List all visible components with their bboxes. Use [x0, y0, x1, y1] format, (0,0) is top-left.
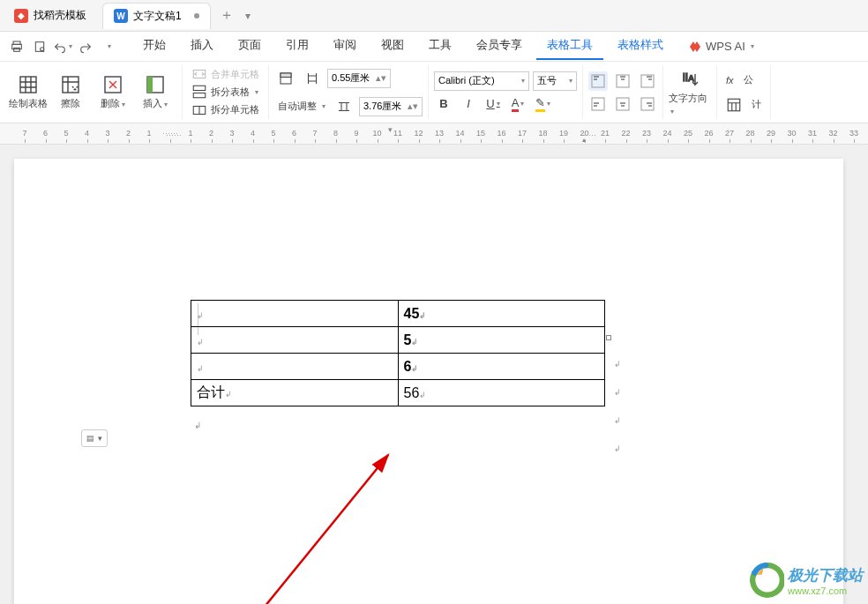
ruler: 7654321123456789101112131415161718192021… [0, 123, 868, 145]
dist-rows-button[interactable] [301, 66, 324, 91]
template-icon: ◆ [14, 9, 28, 23]
calculate-button[interactable]: 计 [722, 93, 765, 117]
font-select[interactable]: Calibri (正文)▾ [434, 71, 529, 91]
menu-member[interactable]: 会员专享 [466, 34, 533, 60]
draw-table-button[interactable]: 绘制表格 [7, 74, 49, 110]
svg-rect-21 [641, 98, 654, 110]
dist-cols-button[interactable] [333, 94, 355, 119]
tab-menu-button[interactable]: ▾ [237, 10, 258, 22]
preview-button[interactable] [30, 37, 49, 56]
menu-bar: ▾ ▾ 开始 插入 页面 引用 审阅 视图 工具 会员专享 表格工具 表格样式 … [0, 32, 868, 62]
tab-document-label: 文字文稿1 [133, 9, 182, 24]
tab-bar: ◆ 找稻壳模板 W 文字文稿1 ＋ ▾ [0, 0, 868, 32]
table-row: ↲ 5↲ [191, 327, 605, 354]
row-height-icon[interactable] [274, 66, 297, 91]
wps-ai-label: WPS AI [706, 40, 745, 53]
page[interactable]: ↲ 45↲ ↲ 5↲ ↲ 6↲ 合计↲ 56↲ ↲ ↲ ↲ ↲ ↲ [14, 159, 843, 604]
underline-button[interactable]: U▾ [483, 94, 503, 114]
print-button[interactable] [7, 37, 26, 56]
watermark-title: 极光下载站 [788, 565, 863, 585]
align-top-left-button[interactable] [588, 71, 608, 91]
split-cell-label: 拆分单元格 [211, 103, 259, 116]
draw-table-label: 绘制表格 [9, 97, 48, 110]
quick-more-button[interactable]: ▾ [99, 37, 118, 56]
svg-rect-20 [617, 98, 629, 110]
redo-button[interactable] [76, 37, 95, 56]
menu-view[interactable]: 视图 [370, 34, 415, 60]
table-row: 合计↲ 56↲ [191, 380, 605, 406]
menu-table-style[interactable]: 表格样式 [607, 34, 674, 60]
ai-icon [688, 40, 702, 54]
text-direction-label: 文字方向▾ [669, 92, 711, 116]
col-width-input[interactable]: 3.76厘米▴▾ [359, 97, 423, 116]
table-row: ↲ 45↲ [191, 301, 605, 327]
ribbon: 绘制表格 擦除 删除▾ 插入▾ 合并单元格 拆分表格▾ 拆分单元格 [0, 62, 868, 123]
auto-adjust-button[interactable]: 自动调整▾ [274, 94, 329, 119]
svg-rect-3 [35, 41, 43, 51]
table-row: ↲ 6↲ [191, 354, 605, 380]
word-icon: W [114, 9, 128, 23]
font-size-select[interactable]: 五号▾ [533, 71, 577, 91]
align-top-right-button[interactable] [638, 71, 657, 91]
svg-point-4 [41, 47, 44, 50]
insert-button[interactable]: 插入▾ [134, 74, 176, 110]
menu-references[interactable]: 引用 [275, 34, 319, 60]
tab-template[interactable]: ◆ 找稻壳模板 [4, 3, 97, 29]
table-resize-handle[interactable] [606, 335, 611, 340]
wps-ai-button[interactable]: WPS AI ▾ [688, 40, 754, 54]
svg-rect-19 [592, 98, 604, 110]
quick-access: ▾ ▾ [7, 37, 118, 56]
tab-document[interactable]: W 文字文稿1 [102, 3, 211, 29]
watermark-url: www.xz7.com [788, 585, 847, 596]
tab-add-button[interactable]: ＋ [216, 6, 237, 25]
highlight-button[interactable]: ✎▾ [533, 94, 552, 114]
align-top-center-button[interactable] [613, 71, 632, 91]
italic-button[interactable]: I [459, 94, 478, 114]
layout-icon: ▤ [86, 434, 94, 443]
align-mid-center-button[interactable] [613, 94, 632, 114]
svg-rect-23 [728, 99, 740, 111]
split-cell-button[interactable]: 拆分单元格 [188, 101, 263, 119]
menu-tools[interactable]: 工具 [418, 34, 462, 60]
svg-rect-9 [147, 77, 153, 93]
svg-rect-6 [63, 77, 79, 93]
delete-label: 删除▾ [101, 97, 125, 110]
data-table[interactable]: ↲ 45↲ ↲ 5↲ ↲ 6↲ 合计↲ 56↲ [191, 300, 605, 406]
split-table-label: 拆分表格 [211, 86, 250, 99]
erase-label: 擦除 [61, 97, 80, 110]
tab-template-label: 找稻壳模板 [34, 8, 86, 23]
delete-button[interactable]: 删除▾ [92, 74, 134, 110]
insert-label: 插入▾ [143, 97, 168, 110]
svg-rect-2 [14, 48, 20, 51]
table-layout-control[interactable]: ▤▾ [81, 429, 108, 447]
erase-button[interactable]: 擦除 [49, 74, 92, 110]
cell-value: 45 [404, 306, 420, 321]
svg-rect-11 [193, 86, 206, 91]
watermark-logo-icon [747, 562, 784, 599]
formula-button[interactable]: fx 公 [722, 68, 765, 93]
cell-value: 56 [404, 385, 420, 400]
merge-cells-label: 合并单元格 [211, 68, 259, 81]
menu-insert[interactable]: 插入 [180, 34, 224, 60]
paragraph-mark-icon: ↲ [194, 421, 773, 430]
align-mid-left-button[interactable] [588, 94, 608, 114]
merge-cells-button[interactable]: 合并单元格 [188, 65, 263, 83]
menu-start[interactable]: 开始 [132, 34, 176, 60]
row-height-input[interactable]: 0.55厘米▴▾ [327, 69, 391, 88]
bold-button[interactable]: B [434, 94, 453, 114]
split-table-button[interactable]: 拆分表格▾ [188, 83, 263, 101]
cell-label: 合计 [197, 384, 225, 399]
watermark: 极光下载站 www.xz7.com [747, 562, 863, 599]
undo-button[interactable]: ▾ [53, 37, 72, 56]
svg-rect-5 [20, 77, 36, 93]
menu-table-tools[interactable]: 表格工具 [536, 34, 603, 60]
unsaved-dot-icon [194, 13, 199, 19]
font-color-button[interactable]: A▾ [508, 94, 528, 114]
svg-text:lIᴀ: lIᴀ [683, 71, 694, 84]
paragraph-mark-icon: ↲ [197, 311, 204, 320]
align-mid-right-button[interactable] [638, 94, 657, 114]
svg-rect-15 [281, 73, 291, 78]
text-direction-button[interactable]: lIᴀ 文字方向▾ [669, 69, 711, 116]
menu-page[interactable]: 页面 [228, 34, 272, 60]
menu-review[interactable]: 审阅 [323, 34, 367, 60]
